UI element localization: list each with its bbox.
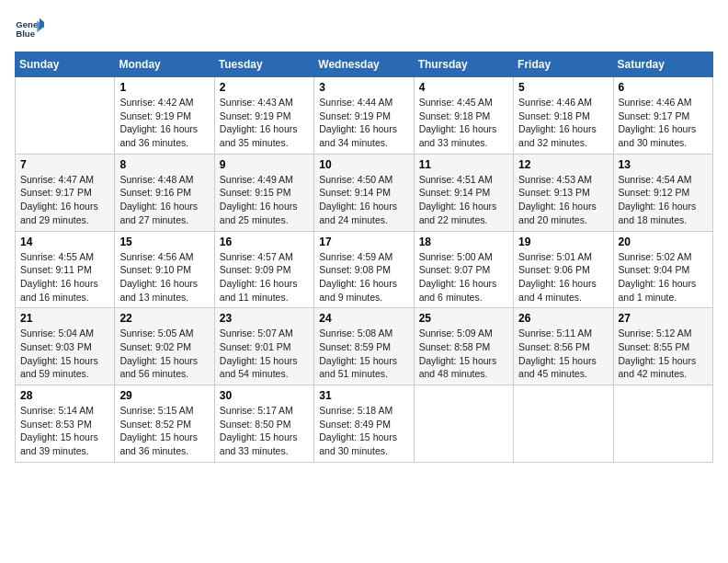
day-info: Sunrise: 4:44 AM Sunset: 9:19 PM Dayligh… [319, 96, 408, 150]
column-header-tuesday: Tuesday [214, 52, 313, 77]
day-number: 24 [319, 312, 408, 325]
calendar-cell: 21Sunrise: 5:04 AM Sunset: 9:03 PM Dayli… [16, 308, 115, 385]
week-row-3: 14Sunrise: 4:55 AM Sunset: 9:11 PM Dayli… [16, 231, 713, 308]
calendar-cell [514, 385, 613, 463]
day-info: Sunrise: 5:17 AM Sunset: 8:50 PM Dayligh… [220, 404, 309, 458]
calendar-cell: 31Sunrise: 5:18 AM Sunset: 8:49 PM Dayli… [314, 385, 414, 463]
calendar-cell: 19Sunrise: 5:01 AM Sunset: 9:06 PM Dayli… [514, 231, 613, 308]
calendar-cell: 6Sunrise: 4:46 AM Sunset: 9:17 PM Daylig… [613, 77, 712, 155]
calendar-cell: 2Sunrise: 4:43 AM Sunset: 9:19 PM Daylig… [214, 77, 313, 155]
day-number: 9 [220, 158, 309, 171]
calendar-body: 1Sunrise: 4:42 AM Sunset: 9:19 PM Daylig… [16, 77, 713, 463]
day-number: 11 [419, 158, 508, 171]
day-number: 12 [518, 158, 608, 171]
day-info: Sunrise: 4:59 AM Sunset: 9:08 PM Dayligh… [319, 250, 408, 304]
column-header-saturday: Saturday [613, 52, 712, 77]
day-info: Sunrise: 4:55 AM Sunset: 9:11 PM Dayligh… [20, 250, 109, 304]
calendar-cell: 25Sunrise: 5:09 AM Sunset: 8:58 PM Dayli… [414, 308, 513, 385]
day-number: 29 [119, 389, 209, 402]
day-number: 14 [20, 236, 109, 248]
day-info: Sunrise: 5:09 AM Sunset: 8:58 PM Dayligh… [419, 327, 508, 381]
day-number: 22 [119, 312, 209, 325]
day-info: Sunrise: 5:14 AM Sunset: 8:53 PM Dayligh… [20, 404, 109, 458]
day-number: 23 [220, 312, 309, 325]
day-info: Sunrise: 5:00 AM Sunset: 9:07 PM Dayligh… [419, 250, 508, 304]
calendar-cell: 5Sunrise: 4:46 AM Sunset: 9:18 PM Daylig… [514, 77, 613, 155]
day-info: Sunrise: 5:05 AM Sunset: 9:02 PM Dayligh… [119, 327, 209, 381]
calendar-cell: 26Sunrise: 5:11 AM Sunset: 8:56 PM Dayli… [514, 308, 613, 385]
calendar-cell: 17Sunrise: 4:59 AM Sunset: 9:08 PM Dayli… [314, 231, 414, 308]
calendar-cell [16, 77, 115, 155]
day-number: 7 [20, 158, 109, 171]
column-header-monday: Monday [115, 52, 214, 77]
calendar-cell: 14Sunrise: 4:55 AM Sunset: 9:11 PM Dayli… [16, 231, 115, 308]
day-info: Sunrise: 5:07 AM Sunset: 9:01 PM Dayligh… [220, 327, 309, 381]
day-number: 2 [220, 81, 309, 94]
day-info: Sunrise: 5:15 AM Sunset: 8:52 PM Dayligh… [119, 404, 209, 458]
day-info: Sunrise: 4:51 AM Sunset: 9:14 PM Dayligh… [419, 173, 508, 227]
logo: General Blue [15, 15, 44, 44]
calendar-cell: 20Sunrise: 5:02 AM Sunset: 9:04 PM Dayli… [613, 231, 712, 308]
calendar-cell: 4Sunrise: 4:45 AM Sunset: 9:18 PM Daylig… [414, 77, 513, 155]
day-info: Sunrise: 5:04 AM Sunset: 9:03 PM Dayligh… [20, 327, 109, 381]
day-number: 26 [518, 312, 608, 325]
calendar-cell: 16Sunrise: 4:57 AM Sunset: 9:09 PM Dayli… [214, 231, 313, 308]
day-number: 20 [619, 236, 708, 248]
day-number: 30 [220, 389, 309, 402]
day-info: Sunrise: 4:53 AM Sunset: 9:13 PM Dayligh… [518, 173, 608, 227]
calendar-cell: 12Sunrise: 4:53 AM Sunset: 9:13 PM Dayli… [514, 154, 613, 231]
day-info: Sunrise: 4:47 AM Sunset: 9:17 PM Dayligh… [20, 173, 109, 227]
day-info: Sunrise: 5:12 AM Sunset: 8:55 PM Dayligh… [619, 327, 708, 381]
day-number: 13 [619, 158, 708, 171]
day-info: Sunrise: 4:42 AM Sunset: 9:19 PM Dayligh… [119, 96, 209, 150]
calendar-header: SundayMondayTuesdayWednesdayThursdayFrid… [16, 52, 713, 77]
calendar-cell: 7Sunrise: 4:47 AM Sunset: 9:17 PM Daylig… [16, 154, 115, 231]
day-info: Sunrise: 4:48 AM Sunset: 9:16 PM Dayligh… [119, 173, 209, 227]
calendar-cell: 27Sunrise: 5:12 AM Sunset: 8:55 PM Dayli… [613, 308, 712, 385]
week-row-2: 7Sunrise: 4:47 AM Sunset: 9:17 PM Daylig… [16, 154, 713, 231]
day-info: Sunrise: 4:46 AM Sunset: 9:17 PM Dayligh… [619, 96, 708, 150]
day-info: Sunrise: 4:43 AM Sunset: 9:19 PM Dayligh… [220, 96, 309, 150]
day-number: 8 [119, 158, 209, 171]
column-header-sunday: Sunday [16, 52, 115, 77]
column-header-friday: Friday [514, 52, 613, 77]
day-number: 17 [319, 236, 408, 248]
day-info: Sunrise: 4:54 AM Sunset: 9:12 PM Dayligh… [619, 173, 708, 227]
day-number: 25 [419, 312, 508, 325]
day-number: 18 [419, 236, 508, 248]
day-info: Sunrise: 5:11 AM Sunset: 8:56 PM Dayligh… [518, 327, 608, 381]
day-number: 27 [619, 312, 708, 325]
day-number: 28 [20, 389, 109, 402]
day-number: 10 [319, 158, 408, 171]
day-info: Sunrise: 5:01 AM Sunset: 9:06 PM Dayligh… [518, 250, 608, 304]
day-info: Sunrise: 5:18 AM Sunset: 8:49 PM Dayligh… [319, 404, 408, 458]
day-info: Sunrise: 4:50 AM Sunset: 9:14 PM Dayligh… [319, 173, 408, 227]
calendar-cell: 13Sunrise: 4:54 AM Sunset: 9:12 PM Dayli… [613, 154, 712, 231]
calendar-cell: 30Sunrise: 5:17 AM Sunset: 8:50 PM Dayli… [214, 385, 313, 463]
calendar-cell: 29Sunrise: 5:15 AM Sunset: 8:52 PM Dayli… [115, 385, 214, 463]
week-row-4: 21Sunrise: 5:04 AM Sunset: 9:03 PM Dayli… [16, 308, 713, 385]
calendar-cell: 28Sunrise: 5:14 AM Sunset: 8:53 PM Dayli… [16, 385, 115, 463]
day-info: Sunrise: 4:46 AM Sunset: 9:18 PM Dayligh… [518, 96, 608, 150]
calendar-cell: 11Sunrise: 4:51 AM Sunset: 9:14 PM Dayli… [414, 154, 513, 231]
svg-text:Blue: Blue [16, 29, 35, 39]
calendar-cell: 10Sunrise: 4:50 AM Sunset: 9:14 PM Dayli… [314, 154, 414, 231]
calendar-cell: 9Sunrise: 4:49 AM Sunset: 9:15 PM Daylig… [214, 154, 313, 231]
calendar-cell: 3Sunrise: 4:44 AM Sunset: 9:19 PM Daylig… [314, 77, 414, 155]
day-number: 1 [119, 81, 209, 94]
day-number: 21 [20, 312, 109, 325]
day-info: Sunrise: 4:49 AM Sunset: 9:15 PM Dayligh… [220, 173, 309, 227]
day-number: 3 [319, 81, 408, 94]
calendar-cell [414, 385, 513, 463]
page-header: General Blue [15, 15, 713, 44]
column-header-thursday: Thursday [414, 52, 513, 77]
day-info: Sunrise: 5:08 AM Sunset: 8:59 PM Dayligh… [319, 327, 408, 381]
week-row-5: 28Sunrise: 5:14 AM Sunset: 8:53 PM Dayli… [16, 385, 713, 463]
calendar-cell [613, 385, 712, 463]
day-number: 5 [518, 81, 608, 94]
calendar-cell: 23Sunrise: 5:07 AM Sunset: 9:01 PM Dayli… [214, 308, 313, 385]
day-info: Sunrise: 4:45 AM Sunset: 9:18 PM Dayligh… [419, 96, 508, 150]
day-info: Sunrise: 4:57 AM Sunset: 9:09 PM Dayligh… [220, 250, 309, 304]
calendar-table: SundayMondayTuesdayWednesdayThursdayFrid… [15, 52, 713, 463]
logo-icon: General Blue [15, 15, 44, 44]
